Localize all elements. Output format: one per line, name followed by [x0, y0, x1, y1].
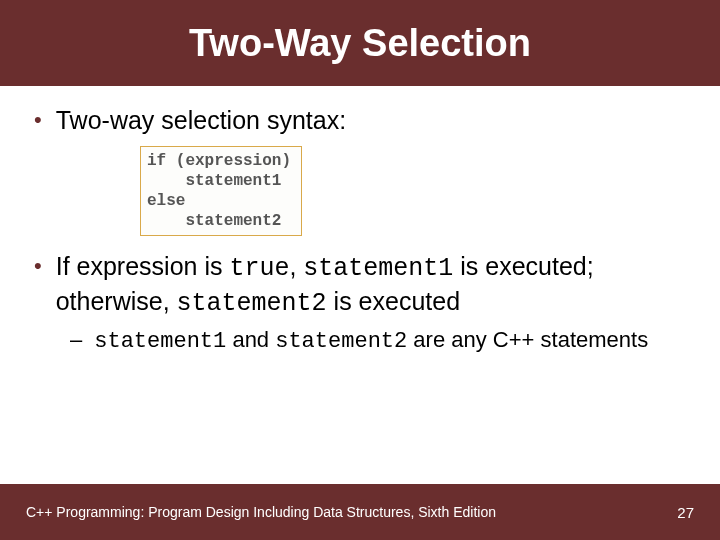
code-line: if (expression): [147, 152, 291, 170]
code-line: statement1: [147, 172, 281, 190]
text-fragment: are any C++ statements: [407, 327, 648, 352]
text-fragment: is executed: [327, 287, 460, 315]
bullet-dot-icon: •: [34, 250, 42, 282]
code-line: statement2: [147, 212, 281, 230]
code-inline: statement1: [94, 329, 226, 354]
bullet-item: • If expression is true, statement1 is e…: [30, 250, 690, 320]
footer-book-title: C++ Programming: Program Design Includin…: [26, 504, 496, 520]
sub-bullet-text: statement1 and statement2 are any C++ st…: [94, 326, 648, 356]
page-number: 27: [677, 504, 694, 521]
code-line: else: [147, 192, 185, 210]
slide-title: Two-Way Selection: [189, 22, 531, 65]
slide-content: • Two-way selection syntax: if (expressi…: [0, 86, 720, 540]
footer-bar: C++ Programming: Program Design Includin…: [0, 484, 720, 540]
text-fragment: and: [226, 327, 275, 352]
code-inline: true: [229, 254, 289, 283]
slide: Two-Way Selection • Two-way selection sy…: [0, 0, 720, 540]
code-box: if (expression) statement1 else statemen…: [140, 146, 302, 236]
code-inline: statement2: [275, 329, 407, 354]
bullet-dash-icon: –: [70, 326, 82, 354]
bullet-dot-icon: •: [34, 104, 42, 136]
sub-bullet-item: – statement1 and statement2 are any C++ …: [70, 326, 690, 356]
code-inline: statement1: [303, 254, 453, 283]
code-box-container: if (expression) statement1 else statemen…: [140, 146, 690, 236]
bullet-text: Two-way selection syntax:: [56, 104, 346, 136]
text-fragment: ,: [289, 252, 303, 280]
code-snippet: if (expression) statement1 else statemen…: [147, 151, 291, 231]
bullet-text: If expression is true, statement1 is exe…: [56, 250, 690, 320]
title-bar: Two-Way Selection: [0, 0, 720, 86]
bullet-item: • Two-way selection syntax:: [30, 104, 690, 136]
text-fragment: If expression is: [56, 252, 230, 280]
code-inline: statement2: [177, 289, 327, 318]
